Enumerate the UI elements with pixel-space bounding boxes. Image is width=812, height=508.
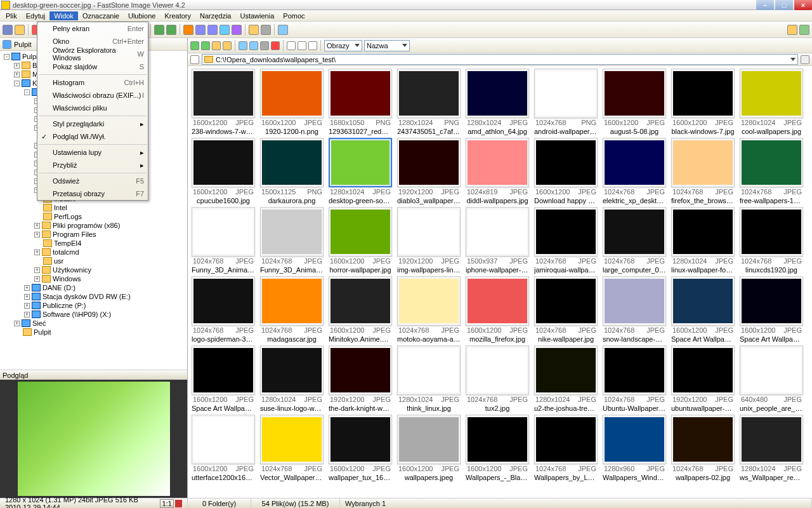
ratio-button[interactable]: 1:1 (160, 499, 173, 508)
fav-icon[interactable] (223, 41, 232, 50)
thumbnail[interactable]: 1600x1200JPEGSpace Art Wallpaper... (190, 345, 256, 412)
thumbnail[interactable]: 1280x1024JPEGws_Wallpaper_remin... (738, 415, 804, 481)
stop-icon[interactable] (190, 55, 199, 64)
thumbnail[interactable]: 1600x1200JPEGcpucube1600.jpg (190, 138, 256, 204)
thumbnail[interactable]: 1920x1200JPEGubuntuwallpaper-co... (670, 345, 736, 412)
thumbnail[interactable]: 1920x1200JPEGimg-wallpapers-linu... (396, 207, 462, 274)
maximize-button[interactable]: □ (775, 0, 793, 10)
menu-item[interactable]: OdświeżF5 (37, 175, 148, 187)
minimize-button[interactable]: – (756, 0, 774, 10)
menu-item[interactable]: OknoCtrl+Enter (37, 35, 148, 48)
thumbnail[interactable]: 1280x1024JPEGamd_athlon_64.jpg (464, 69, 530, 135)
menu-item[interactable]: ✓Podgląd Wł./Wył. (37, 130, 148, 143)
tool-icon[interactable] (232, 25, 242, 35)
sort-combo[interactable]: Nazwa (364, 40, 410, 51)
thumbnail[interactable]: 1280x960JPEGWallpapers_Window... (601, 415, 667, 481)
thumbnail[interactable]: 1600x1200JPEGSpace Art Wallpaper... (738, 276, 804, 343)
thumbnail[interactable]: 1600x1200JPEGDownload happy ne... (533, 138, 599, 204)
thumbnail[interactable]: 1024x768JPEGmotoko-aoyama-ani... (396, 276, 462, 343)
delete-icon[interactable] (271, 41, 280, 50)
tree-node[interactable]: Intel (1, 203, 186, 212)
thumbnail[interactable]: 1280x1024JPEGthink_linux.jpg (396, 345, 462, 412)
menu-narzędzia[interactable]: Narzędzia (195, 11, 236, 20)
menu-kreatory[interactable]: Kreatory (160, 11, 195, 20)
menu-pomoc[interactable]: Pomoc (278, 11, 309, 20)
thumbnail[interactable]: 1600x1200JPEGmozilla_firefox.jpg (464, 276, 530, 343)
tool-icon[interactable] (278, 25, 288, 35)
thumbnail[interactable]: 1600x1200JPEGblack-windows-7.jpg (670, 69, 736, 135)
tree-node[interactable]: +Software (\\HP09) (X:) (1, 310, 186, 319)
rename-icon[interactable] (260, 41, 269, 50)
copy-icon[interactable] (3, 25, 13, 35)
desktop-icon[interactable] (3, 40, 11, 49)
tree-node[interactable]: +Windows (1, 274, 186, 283)
thumbnail[interactable]: 640x480JPEGunix_people_are_hap... (738, 345, 804, 412)
folder-icon[interactable] (15, 25, 25, 35)
tree-node[interactable]: +Sieć (1, 319, 186, 328)
thumbnail[interactable]: 1024x768JPEGmadagascar.jpg (259, 276, 325, 343)
menu-item[interactable]: HistogramCtrl+H (37, 76, 148, 89)
thumbnail[interactable]: 1280x1024JPEGdesktop-green-socc... (327, 138, 393, 204)
history-icon[interactable] (801, 55, 809, 64)
close-button[interactable]: × (794, 0, 812, 10)
print-icon[interactable] (261, 25, 271, 35)
fullscreen-icon[interactable] (799, 25, 809, 35)
thumbnail[interactable]: 1024x768JPEGVector_Wallpapers_0... (259, 415, 325, 481)
undo-icon[interactable] (154, 25, 164, 35)
tool-icon[interactable] (219, 25, 230, 35)
filter-combo[interactable]: Obrazy (324, 40, 362, 51)
redo-icon[interactable] (166, 25, 176, 35)
menu-item[interactable]: Właściwości pliku (37, 102, 148, 114)
thumbnail[interactable]: 1024x768JPEGfirefox_the_browser... (670, 138, 736, 204)
thumbnail[interactable]: 1024x768JPEGfree-wallpapers-1+1... (738, 138, 804, 204)
thumbnail[interactable]: 1024x768JPEGWallpapers_by_Lubel... (533, 415, 599, 481)
thumbnail[interactable]: 1024x768JPEGlinuxcds1920.jpg (738, 207, 804, 274)
tree-node[interactable]: +Stacja dysków DVD RW (E:) (1, 292, 186, 301)
tree-node[interactable]: +Program Files (1, 230, 186, 239)
record-icon[interactable] (175, 500, 182, 507)
tree-node[interactable]: PerfLogs (1, 212, 186, 221)
menu-item[interactable]: Przybliż▸ (37, 159, 148, 171)
thumbnail[interactable]: 1920x1200JPEGdiablo3_wallpapers-... (396, 138, 462, 204)
menu-widok[interactable]: Widok (49, 11, 78, 20)
tree-node[interactable]: Pulpit (1, 328, 186, 337)
thumbnail[interactable]: 1280x1024PNG2437435051_c7af6f40... (396, 69, 462, 135)
menu-item[interactable]: Właściwości obrazu (EXIF...)I (37, 89, 148, 102)
menu-item[interactable]: Przetasuj obrazyF7 (37, 187, 148, 200)
thumbnail[interactable]: 1024x768JPEGFunny_3D_Animals_... (190, 207, 256, 274)
tree-node[interactable]: usr (1, 257, 186, 265)
thumbnail[interactable]: 1600x1200JPEGhorror-wallpaper.jpg (327, 207, 393, 274)
thumbnail[interactable]: 1500x937JPEGiphone-wallpaper-v1... (464, 207, 530, 274)
thumbnail[interactable]: 1680x1050PNG1293631027_red_mot... (327, 69, 393, 135)
menu-edytuj[interactable]: Edytuj (22, 11, 50, 20)
thumbnail[interactable]: 1024x768JPEGsnow-landscape-wal... (601, 276, 667, 343)
thumbnail[interactable]: 1024x768JPEGlarge_computer_001... (601, 207, 667, 274)
tool-icon[interactable] (207, 25, 218, 35)
menu-ustawienia[interactable]: Ustawienia (236, 11, 279, 20)
thumbnail[interactable]: 1024x768PNGandroid-wallpaper3... (533, 69, 599, 135)
menu-item[interactable]: Pełny ekranEnter (37, 22, 148, 35)
thumbnail[interactable]: 1280x1024JPEGlinux-wallpaper-for-... (670, 207, 736, 274)
thumbnail[interactable]: 1024x768JPEGnike-wallpaper.jpg (533, 276, 599, 343)
menubar[interactable]: PlikEdytujWidokOznaczanieUlubioneKreator… (0, 10, 812, 22)
thumbnail[interactable]: 1024x768JPEGjamiroquai-wallpap... (533, 207, 599, 274)
thumbnail[interactable]: 1024x768JPEGFunny_3D_Animals_... (259, 207, 325, 274)
thumbnail[interactable]: 1600x1200JPEG1920-1200-n.png (259, 69, 325, 135)
menu-item[interactable]: Pokaz slajdówS (37, 60, 148, 73)
thumbnail[interactable]: 1024x768JPEGelektric_xp_desktop_... (601, 138, 667, 204)
thumbnail[interactable]: 1024x768JPEGwallpapers-02.jpg (670, 415, 736, 481)
up-icon[interactable] (212, 41, 221, 50)
thumbnail[interactable]: 1024x768JPEGUbuntu-Wallpaper-1... (601, 345, 667, 412)
thumbnail[interactable]: 1024x819JPEGdiddl-wallpapers.jpg (464, 138, 530, 204)
thumbnail[interactable]: 1600x1200JPEGaugust-5-08.jpg (601, 69, 667, 135)
menu-item[interactable]: Ustawienia lupy▸ (37, 146, 148, 159)
tree-node[interactable]: +DANE (D:) (1, 283, 186, 292)
thumbnail[interactable]: 1920x1200JPEGthe-dark-knight-wall... (327, 345, 393, 412)
thumbnail[interactable]: 1600x1200JPEG238-windows-7-wall... (190, 69, 256, 135)
back-icon[interactable] (190, 41, 199, 50)
thumbnail[interactable]: 1280x1024JPEGu2-the-joshua-tree-... (533, 345, 599, 412)
menu-ulubione[interactable]: Ulubione (124, 11, 160, 20)
thumbnail-grid[interactable]: 1600x1200JPEG238-windows-7-wall...1600x1… (188, 66, 812, 498)
thumbnail[interactable]: 1280x1024JPEGcool-wallpapers.jpg (738, 69, 804, 135)
tree-node[interactable]: +Pliki programów (x86) (1, 221, 186, 230)
